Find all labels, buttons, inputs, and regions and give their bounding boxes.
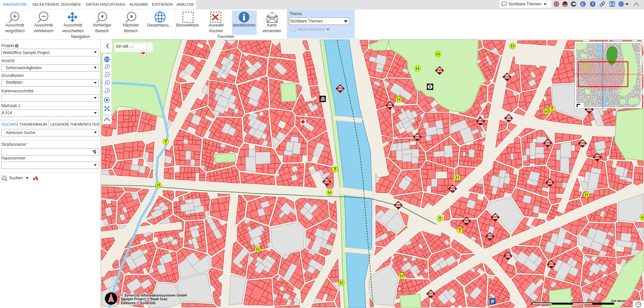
svg-text:ab: ab [93, 149, 96, 152]
